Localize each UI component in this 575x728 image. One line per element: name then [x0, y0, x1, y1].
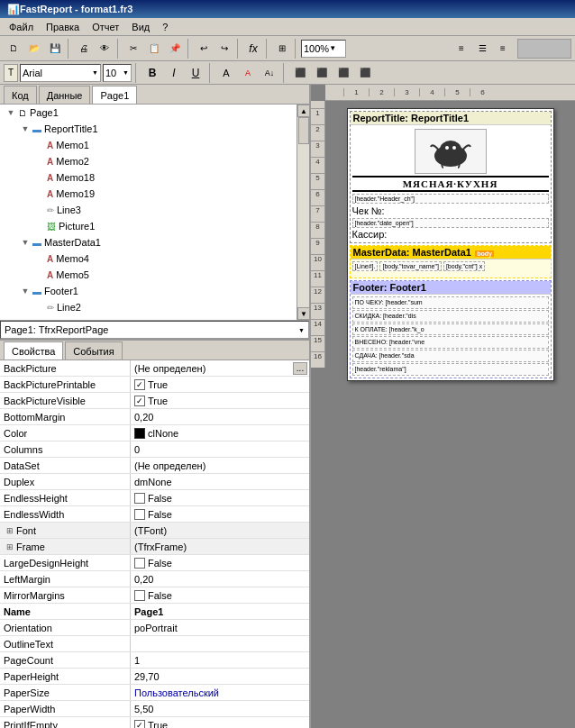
tree-item-memo19[interactable]: A Memo19	[0, 186, 309, 202]
tree-item-line2[interactable]: ✏ Line2	[0, 299, 309, 315]
align-left-btn2[interactable]: ⬛	[290, 63, 310, 83]
tree-item-memo18[interactable]: A Memo18	[0, 169, 309, 186]
prop-font[interactable]: ⊞ Font (TFont)	[0, 523, 309, 539]
new-button[interactable]: 🗋	[4, 39, 23, 59]
menu-help[interactable]: ?	[157, 20, 173, 34]
prop-paperwidth[interactable]: PaperWidth 5,50	[0, 701, 309, 717]
ruler-mark-5: 5	[444, 88, 470, 96]
prop-leftmargin[interactable]: LeftMargin 0,20	[0, 571, 309, 587]
redo-button[interactable]: ↪	[214, 39, 234, 59]
eh-checkbox[interactable]	[134, 493, 145, 504]
tree-item-page1[interactable]: ▼ 🗋 Page1	[0, 105, 309, 121]
align-center-button[interactable]: ☰	[472, 39, 492, 59]
tree-item-memo1[interactable]: A Memo1	[0, 137, 309, 153]
tree-item-memo4[interactable]: A Memo4	[0, 250, 309, 267]
prop-value-pie: ✓ True	[131, 717, 309, 728]
prop-outlinetext[interactable]: OutlineText	[0, 636, 309, 652]
prop-dataset[interactable]: DataSet (Не определен)	[0, 458, 309, 474]
formula-button[interactable]: fx	[243, 39, 263, 59]
prop-mirrormargins[interactable]: MirrorMargins False	[0, 587, 309, 604]
font-icon[interactable]: T	[4, 64, 18, 82]
tree-item-picture1[interactable]: 🖼 Picture1	[0, 218, 309, 234]
scroll-track[interactable]	[297, 117, 309, 307]
print-button[interactable]: 🖨	[74, 39, 94, 59]
prop-color[interactable]: Color clNone	[0, 425, 309, 441]
prop-largedesignheight[interactable]: LargeDesignHeight False	[0, 555, 309, 571]
undo-button[interactable]: ↩	[194, 39, 214, 59]
prop-duplex[interactable]: Duplex dmNone	[0, 474, 309, 490]
prop-value-bm: 0,20	[131, 409, 309, 424]
align-right-button[interactable]: ≡	[493, 39, 513, 59]
prop-orientation[interactable]: Orientation poPortrait	[0, 620, 309, 636]
menu-view[interactable]: Вид	[126, 20, 155, 34]
prop-bottommargin[interactable]: BottomMargin 0,20	[0, 409, 309, 425]
tree-item-memo2[interactable]: A Memo2	[0, 153, 309, 169]
align-left-button[interactable]: ≡	[452, 39, 471, 59]
prop-columns[interactable]: Columns 0	[0, 441, 309, 458]
prop-pagecount[interactable]: PageCount 1	[0, 652, 309, 669]
prop-paperheight[interactable]: PaperHeight 29,70	[0, 669, 309, 685]
sep4	[237, 39, 241, 59]
menu-edit[interactable]: Правка	[41, 20, 85, 34]
prop-endlesswidth[interactable]: EndlessWidth False	[0, 506, 309, 523]
underline-button[interactable]: U	[186, 63, 205, 83]
menu-file[interactable]: Файл	[4, 20, 39, 34]
backpicture-dots-btn[interactable]: ...	[293, 362, 307, 375]
band-masterdata[interactable]: MasterData: MasterData1 body [Line#]. [b…	[350, 245, 552, 278]
prop-backpicture[interactable]: BackPicture (Не определен) ...	[0, 360, 309, 377]
prop-endlessheight[interactable]: EndlessHeight False	[0, 490, 309, 506]
font-size-combo[interactable]: 10 ▼	[103, 64, 132, 82]
ruler-mark-6: 6	[470, 88, 495, 96]
preview-button[interactable]: 👁	[95, 39, 114, 59]
tree-item-line3[interactable]: ✏ Line3	[0, 202, 309, 218]
bpp-checkbox[interactable]: ✓	[134, 379, 145, 390]
menu-report[interactable]: Отчет	[87, 20, 124, 34]
bold-button[interactable]: B	[142, 63, 162, 83]
tab-events[interactable]: События	[65, 341, 122, 359]
zoom-arrow: ▼	[329, 44, 336, 52]
highlight-button[interactable]: A	[238, 63, 258, 83]
pie-checkbox[interactable]: ✓	[134, 720, 145, 729]
prop-printifempty[interactable]: PrintIfEmpty ✓ True	[0, 717, 309, 728]
font-color-button[interactable]: A	[216, 63, 236, 83]
align-center-btn2[interactable]: ⬛	[312, 63, 332, 83]
paste-button[interactable]: 📌	[165, 39, 185, 59]
italic-button[interactable]: I	[164, 63, 184, 83]
grid-button[interactable]: ⊞	[272, 39, 292, 59]
save-button[interactable]: 💾	[45, 39, 65, 59]
band-content-footer: ПО ЧЕКУ: [header."sum СКИДКА: [header."d…	[351, 295, 551, 378]
tree-item-reporttitle1[interactable]: ▼ ▬ ReportTitle1	[0, 121, 309, 137]
align-right-btn2[interactable]: ⬛	[333, 63, 353, 83]
tab-data[interactable]: Данные	[39, 86, 91, 104]
tree-item-memo5[interactable]: A Memo5	[0, 267, 309, 283]
prop-backpicturevisible[interactable]: BackPictureVisible ✓ True	[0, 393, 309, 409]
font-format-btn[interactable]: A↓	[260, 63, 279, 83]
band-footer[interactable]: Footer: Footer1 ПО ЧЕКУ: [header."sum СК…	[350, 280, 552, 378]
prop-papersize[interactable]: PaperSize Пользовательский	[0, 685, 309, 701]
ldh-checkbox[interactable]	[134, 558, 145, 569]
tree-item-footer1[interactable]: ▼ ▬ Footer1	[0, 283, 309, 299]
cut-button[interactable]: ✂	[123, 39, 143, 59]
scroll-up-arrow[interactable]: ▲	[297, 105, 309, 117]
tree-item-masterdata1[interactable]: ▼ ▬ MasterData1	[0, 234, 309, 250]
prop-frame[interactable]: ⊞ Frame (TfrxFrame)	[0, 539, 309, 555]
font-name-label: Arial	[23, 68, 42, 78]
open-button[interactable]: 📂	[24, 39, 44, 59]
scroll-down-arrow[interactable]: ▼	[297, 307, 309, 320]
tab-code[interactable]: Код	[4, 86, 37, 104]
page-select-combo[interactable]: Page1: TfrxReportPage ▼	[0, 321, 309, 339]
copy-button[interactable]: 📋	[144, 39, 164, 59]
band-reporttitle[interactable]: ReportTitle: ReportTitle1	[350, 111, 552, 243]
tab-page1[interactable]: Page1	[92, 86, 137, 104]
designer-area[interactable]: ReportTitle: ReportTitle1	[325, 101, 575, 728]
ew-checkbox[interactable]	[134, 509, 145, 520]
tree-scrollbar[interactable]: ▲ ▼	[297, 105, 309, 320]
tab-properties[interactable]: Свойства	[4, 341, 63, 359]
justify-btn[interactable]: ⬛	[355, 63, 375, 83]
font-name-combo[interactable]: Arial ▼	[20, 64, 101, 82]
scroll-thumb[interactable]	[298, 117, 309, 144]
bpv-checkbox[interactable]: ✓	[134, 396, 145, 406]
prop-backpictureprintable[interactable]: BackPicturePrintable ✓ True	[0, 377, 309, 393]
prop-name[interactable]: Name Page1	[0, 604, 309, 620]
mm-checkbox[interactable]	[134, 590, 145, 601]
